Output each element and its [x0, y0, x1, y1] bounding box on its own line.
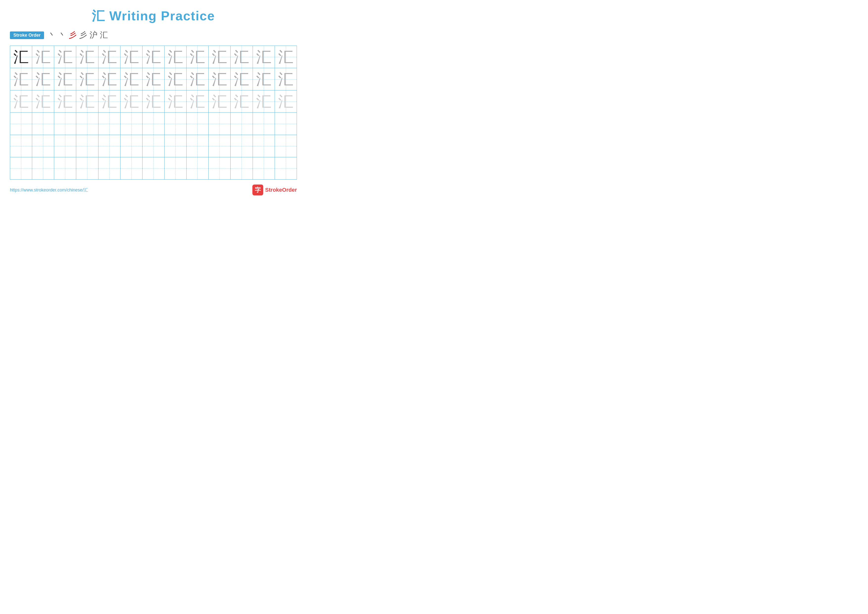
grid-cell — [32, 135, 54, 157]
grid-cell — [32, 157, 54, 180]
grid-row-1: 汇 汇 汇 汇 汇 汇 汇 汇 汇 汇 汇 汇 汇 — [10, 46, 297, 68]
stroke-order-badge: Stroke Order — [10, 31, 44, 39]
stroke-3: 彡 — [69, 30, 77, 40]
grid-cell: 汇 — [231, 68, 253, 90]
grid-cell — [231, 135, 253, 157]
grid-cell: 汇 — [274, 90, 297, 113]
grid-cell: 汇 — [32, 68, 54, 90]
stroke-1: 丶 — [48, 30, 56, 40]
grid-cell: 汇 — [32, 90, 54, 113]
grid-cell: 汇 — [209, 90, 231, 113]
grid-cell: 汇 — [164, 68, 186, 90]
grid-cell — [186, 157, 209, 180]
grid-cell: 汇 — [10, 68, 32, 90]
grid-cell — [32, 113, 54, 135]
grid-cell — [253, 135, 274, 157]
grid-cell: 汇 — [142, 68, 164, 90]
stroke-4: 彡 — [79, 30, 87, 40]
grid-cell: 汇 — [142, 46, 164, 68]
grid-cell: 汇 — [54, 46, 76, 68]
grid-cell: 汇 — [98, 46, 120, 68]
grid-cell: 汇 — [120, 90, 142, 113]
grid-cell — [253, 113, 274, 135]
grid-cell — [274, 113, 297, 135]
logo-icon: 字 — [253, 185, 263, 196]
stroke-6: 汇 — [100, 30, 108, 40]
grid-cell: 汇 — [54, 90, 76, 113]
grid-cell — [209, 135, 231, 157]
grid-cell — [98, 157, 120, 180]
grid-cell — [98, 135, 120, 157]
grid-cell — [54, 157, 76, 180]
grid-cell — [142, 135, 164, 157]
grid-cell — [253, 157, 274, 180]
stroke-sequence: 丶 丶 彡 彡 沪 汇 — [48, 30, 108, 40]
grid-cell — [10, 135, 32, 157]
grid-cell — [98, 113, 120, 135]
grid-cell — [120, 113, 142, 135]
grid-cell: 汇 — [253, 46, 274, 68]
grid-cell — [209, 157, 231, 180]
stroke-2: 丶 — [58, 30, 66, 40]
grid-cell: 汇 — [10, 46, 32, 68]
grid-cell: 汇 — [164, 46, 186, 68]
grid-cell: 汇 — [54, 68, 76, 90]
grid-cell: 汇 — [76, 68, 98, 90]
footer-url[interactable]: https://www.strokeorder.com/chinese/汇 — [10, 187, 88, 193]
grid-cell — [120, 135, 142, 157]
grid-cell: 汇 — [10, 90, 32, 113]
grid-cell: 汇 — [76, 90, 98, 113]
grid-cell — [142, 157, 164, 180]
grid-cell: 汇 — [253, 68, 274, 90]
grid-cell: 汇 — [186, 46, 209, 68]
grid-cell — [10, 113, 32, 135]
grid-cell: 汇 — [142, 90, 164, 113]
grid-cell — [76, 135, 98, 157]
grid-cell — [164, 113, 186, 135]
title-writing-practice: Writing Practice — [109, 9, 215, 23]
grid-cell: 汇 — [274, 46, 297, 68]
grid-cell: 汇 — [98, 90, 120, 113]
grid-cell: 汇 — [98, 68, 120, 90]
grid-cell — [186, 135, 209, 157]
grid-cell — [76, 157, 98, 180]
footer: https://www.strokeorder.com/chinese/汇 字 … — [10, 185, 297, 196]
grid-cell: 汇 — [274, 68, 297, 90]
grid-cell — [186, 113, 209, 135]
grid-cell: 汇 — [120, 46, 142, 68]
grid-cell — [142, 113, 164, 135]
logo-text-label: StrokeOrder — [265, 187, 297, 193]
grid-cell — [231, 157, 253, 180]
page-title: 汇 Writing Practice — [10, 8, 297, 25]
grid-cell — [231, 113, 253, 135]
stroke-5: 沪 — [90, 30, 98, 40]
footer-logo: 字 StrokeOrder — [253, 185, 297, 196]
grid-cell — [120, 157, 142, 180]
grid-cell — [274, 157, 297, 180]
grid-cell: 汇 — [186, 90, 209, 113]
grid-cell — [209, 113, 231, 135]
grid-cell — [274, 135, 297, 157]
grid-cell: 汇 — [120, 68, 142, 90]
grid-row-2: 汇 汇 汇 汇 汇 汇 汇 汇 汇 汇 汇 汇 汇 — [10, 68, 297, 90]
grid-cell — [54, 113, 76, 135]
grid-cell — [76, 113, 98, 135]
grid-cell: 汇 — [186, 68, 209, 90]
grid-cell: 汇 — [32, 46, 54, 68]
grid-cell: 汇 — [209, 46, 231, 68]
grid-cell — [164, 157, 186, 180]
grid-cell: 汇 — [231, 90, 253, 113]
title-chinese-char: 汇 — [92, 9, 105, 23]
grid-cell: 汇 — [164, 90, 186, 113]
grid-cell: 汇 — [76, 46, 98, 68]
grid-row-4 — [10, 113, 297, 135]
practice-grid: 汇 汇 汇 汇 汇 汇 汇 汇 汇 汇 汇 汇 汇 汇 汇 汇 汇 汇 汇 汇 … — [10, 45, 297, 180]
grid-cell — [10, 157, 32, 180]
stroke-order-section: Stroke Order 丶 丶 彡 彡 沪 汇 — [10, 30, 297, 40]
grid-cell: 汇 — [231, 46, 253, 68]
grid-row-5 — [10, 135, 297, 157]
grid-cell: 汇 — [253, 90, 274, 113]
grid-cell — [164, 135, 186, 157]
grid-cell — [54, 135, 76, 157]
grid-cell: 汇 — [209, 68, 231, 90]
